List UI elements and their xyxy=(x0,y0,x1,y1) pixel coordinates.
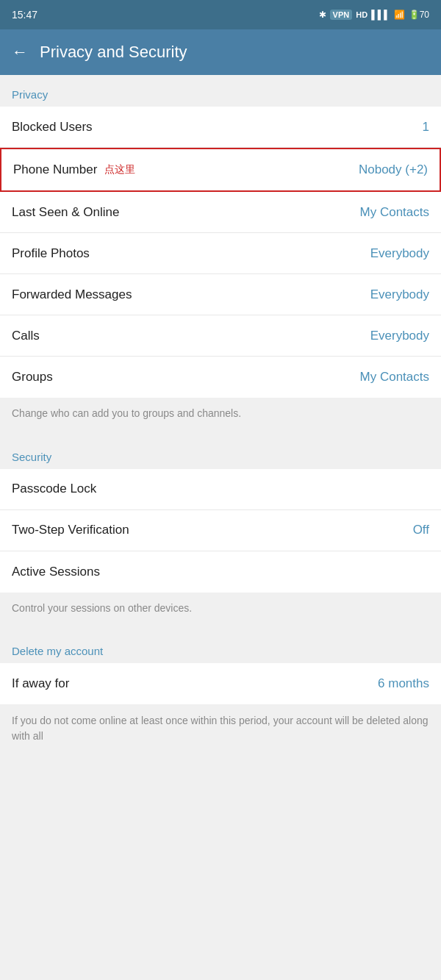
phone-number-highlight-wrapper: Phone Number 点这里 Nobody (+2) xyxy=(0,148,441,192)
calls-item[interactable]: Calls Everybody xyxy=(0,315,441,357)
calls-label: Calls xyxy=(12,329,40,343)
phone-number-left: Phone Number 点这里 xyxy=(13,162,135,177)
two-step-item[interactable]: Two-Step Verification Off xyxy=(0,510,441,551)
active-sessions-item[interactable]: Active Sessions xyxy=(0,551,441,593)
forwarded-messages-label: Forwarded Messages xyxy=(12,287,132,302)
two-step-value: Off xyxy=(413,523,429,537)
delete-account-settings-list: If away for 6 months xyxy=(0,663,441,704)
hd-icon: HD xyxy=(356,10,368,19)
phone-number-value: Nobody (+2) xyxy=(359,162,428,177)
vpn-badge: VPN xyxy=(330,10,353,20)
wifi-icon: 📶 xyxy=(394,10,405,20)
groups-item[interactable]: Groups My Contacts xyxy=(0,357,441,398)
status-icons: ✱ VPN HD ▌▌▌ 📶 🔋70 xyxy=(319,10,429,20)
profile-photos-label: Profile Photos xyxy=(12,246,90,261)
groups-description: Change who can add you to groups and cha… xyxy=(0,398,441,430)
phone-number-item[interactable]: Phone Number 点这里 Nobody (+2) xyxy=(1,149,440,190)
if-away-value: 6 months xyxy=(378,676,429,691)
bluetooth-icon: ✱ xyxy=(319,10,326,20)
phone-number-label: Phone Number xyxy=(13,162,97,177)
content: Privacy Blocked Users 1 Phone Number 点这里… xyxy=(0,75,441,756)
forwarded-messages-value: Everybody xyxy=(370,287,429,302)
passcode-lock-item[interactable]: Passcode Lock xyxy=(0,469,441,510)
battery-icon: 🔋70 xyxy=(409,10,429,20)
sessions-description: Control your sessions on other devices. xyxy=(0,593,441,625)
delete-account-section-label: Delete my account xyxy=(0,632,441,663)
last-seen-item[interactable]: Last Seen & Online My Contacts xyxy=(0,192,441,233)
signal-icon: ▌▌▌ xyxy=(371,10,390,20)
profile-photos-item[interactable]: Profile Photos Everybody xyxy=(0,233,441,274)
page-title: Privacy and Security xyxy=(40,43,187,62)
back-button[interactable]: ← xyxy=(12,43,28,62)
last-seen-label: Last Seen & Online xyxy=(12,205,119,220)
status-bar: 15:47 ✱ VPN HD ▌▌▌ 📶 🔋70 xyxy=(0,0,441,29)
two-step-label: Two-Step Verification xyxy=(12,523,129,537)
blocked-users-item[interactable]: Blocked Users 1 xyxy=(0,107,441,148)
phone-number-chinese-note: 点这里 xyxy=(104,163,135,176)
privacy-settings-list: Blocked Users 1 Phone Number 点这里 Nobody … xyxy=(0,107,441,398)
security-settings-list: Passcode Lock Two-Step Verification Off … xyxy=(0,469,441,593)
forwarded-messages-item[interactable]: Forwarded Messages Everybody xyxy=(0,274,441,315)
active-sessions-label: Active Sessions xyxy=(12,565,100,579)
delete-account-description: If you do not come online at least once … xyxy=(0,704,441,756)
if-away-label: If away for xyxy=(12,676,69,691)
privacy-section-label: Privacy xyxy=(0,75,441,107)
blocked-users-value: 1 xyxy=(423,120,429,135)
passcode-lock-label: Passcode Lock xyxy=(12,482,96,496)
groups-value: My Contacts xyxy=(360,370,429,385)
header: ← Privacy and Security xyxy=(0,29,441,75)
groups-label: Groups xyxy=(12,370,53,385)
calls-value: Everybody xyxy=(370,329,429,343)
last-seen-value: My Contacts xyxy=(360,205,429,220)
blocked-users-label: Blocked Users xyxy=(12,120,93,135)
status-time: 15:47 xyxy=(12,9,37,21)
security-section-label: Security xyxy=(0,437,441,469)
if-away-item[interactable]: If away for 6 months xyxy=(0,663,441,704)
profile-photos-value: Everybody xyxy=(370,246,429,261)
